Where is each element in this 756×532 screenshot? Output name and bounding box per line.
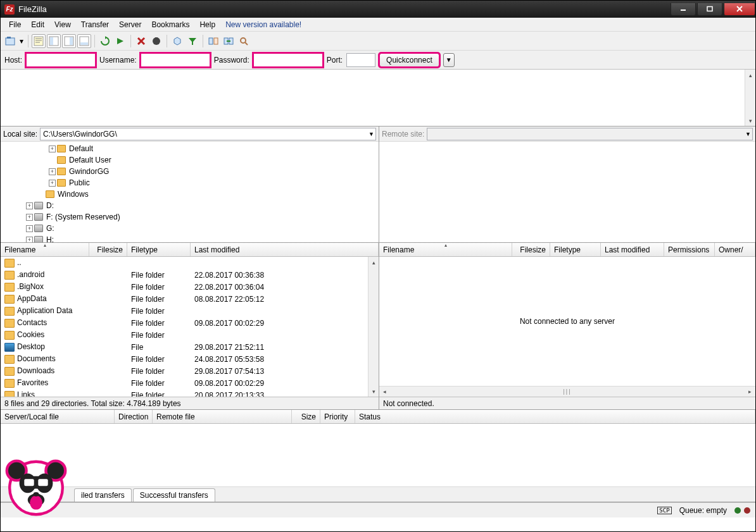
col-direction[interactable]: Direction: [118, 412, 148, 421]
quickconnect-dropdown[interactable]: ▼: [443, 53, 455, 67]
col-filename[interactable]: Filename: [4, 245, 35, 254]
refresh-icon[interactable]: [98, 34, 112, 48]
quickconnect-button[interactable]: Quickconnect: [379, 53, 439, 67]
file-row[interactable]: .BigNoxFile folder22.08.2017 00:36:04: [1, 281, 379, 293]
cancel-icon[interactable]: [134, 34, 148, 48]
transfer-body[interactable]: [1, 424, 755, 486]
tree-item[interactable]: +GwindorGG: [3, 166, 379, 177]
folder-icon: [57, 145, 66, 152]
toggle-tree-icon[interactable]: [47, 34, 61, 48]
expand-icon[interactable]: +: [26, 214, 33, 221]
col-lastmod[interactable]: Last modified: [194, 245, 239, 254]
process-queue-icon[interactable]: [113, 34, 127, 48]
menu-server[interactable]: Server: [115, 19, 146, 30]
menu-transfer[interactable]: Transfer: [77, 19, 113, 30]
file-row[interactable]: Application DataFile folder: [1, 305, 379, 317]
message-log[interactable]: ▴▾: [1, 70, 755, 127]
col-filesize[interactable]: Filesize: [97, 245, 123, 254]
expand-icon[interactable]: +: [49, 168, 56, 175]
minimize-button[interactable]: [671, 3, 696, 16]
remote-hscrollbar[interactable]: ◂|||▸: [379, 386, 755, 397]
col-priority[interactable]: Priority: [324, 412, 348, 421]
site-manager-icon[interactable]: [3, 34, 17, 48]
local-file-header[interactable]: ▴Filename Filesize Filetype Last modifie…: [1, 243, 379, 257]
sync-browsing-icon[interactable]: [222, 34, 236, 48]
close-button[interactable]: [724, 3, 755, 16]
col-server-localfile[interactable]: Server/Local file: [4, 412, 59, 421]
folder-icon: [4, 367, 15, 376]
tree-item[interactable]: +F: (System Reserved): [3, 211, 379, 223]
file-row[interactable]: AppDataFile folder08.08.2017 22:05:12: [1, 293, 379, 305]
toggle-remote-tree-icon[interactable]: [62, 34, 76, 48]
col-size[interactable]: Size: [301, 412, 316, 421]
tree-item[interactable]: +D:: [3, 200, 379, 211]
expand-icon[interactable]: +: [49, 180, 56, 187]
local-site-combo[interactable]: C:\Users\GwindorGG\ ▼: [40, 128, 376, 140]
menu-help[interactable]: Help: [195, 19, 220, 30]
host-input[interactable]: [26, 53, 96, 67]
tab-successful-transfers[interactable]: Successful transfers: [133, 488, 215, 502]
col-filetype[interactable]: Filetype: [131, 245, 158, 254]
col-remotefile[interactable]: Remote file: [156, 412, 195, 421]
file-row[interactable]: ContactsFile folder09.08.2017 00:02:29: [1, 317, 379, 329]
expand-icon[interactable]: +: [49, 145, 56, 152]
compare-icon[interactable]: [206, 34, 220, 48]
file-row[interactable]: FavoritesFile folder09.08.2017 00:02:29: [1, 377, 379, 389]
disconnect-icon[interactable]: [149, 34, 163, 48]
col-filename[interactable]: Filename: [383, 245, 414, 254]
local-filelist-scrollbar[interactable]: ▴▾: [368, 257, 379, 397]
expand-icon[interactable]: +: [26, 202, 33, 209]
remote-filelist[interactable]: Not connected to any server ◂|||▸: [379, 257, 755, 397]
col-filesize[interactable]: Filesize: [520, 245, 546, 254]
file-row[interactable]: ..: [1, 257, 379, 269]
reconnect-icon[interactable]: [170, 34, 184, 48]
expand-icon[interactable]: +: [26, 237, 33, 243]
toggle-log-icon[interactable]: [32, 34, 46, 48]
menu-view[interactable]: View: [50, 19, 75, 30]
tree-item[interactable]: +G:: [3, 223, 379, 234]
file-name: ..: [17, 258, 22, 267]
site-manager-dropdown-icon[interactable]: ▾: [18, 34, 25, 48]
file-row[interactable]: CookiesFile folder: [1, 329, 379, 341]
tree-item[interactable]: +H:: [3, 234, 379, 242]
folder-icon: [46, 190, 54, 198]
tree-item[interactable]: +Default: [3, 143, 379, 154]
file-row[interactable]: DownloadsFile folder29.08.2017 07:54:13: [1, 365, 379, 377]
port-input[interactable]: [346, 53, 375, 67]
col-permissions[interactable]: Permissions: [668, 245, 709, 254]
file-row[interactable]: LinksFile folder20.08.2017 20:13:33: [1, 389, 379, 397]
transfer-header[interactable]: Server/Local file Direction Remote file …: [1, 410, 755, 424]
tab-failed-transfers[interactable]: iled transfers: [74, 488, 132, 502]
remote-file-header[interactable]: ▴Filename Filesize Filetype Last modifie…: [379, 243, 755, 257]
password-input[interactable]: [253, 53, 323, 67]
menu-file[interactable]: File: [4, 19, 25, 30]
svg-point-38: [30, 496, 42, 510]
local-pane: Local site: C:\Users\GwindorGG\ ▼ +Defau…: [1, 127, 379, 242]
col-status[interactable]: Status: [359, 412, 381, 421]
file-row[interactable]: DesktopFile29.08.2017 21:52:11: [1, 341, 379, 353]
local-filelist[interactable]: ...androidFile folder22.08.2017 00:36:38…: [1, 257, 379, 397]
toggle-queue-icon[interactable]: [77, 34, 91, 48]
menu-edit[interactable]: Edit: [27, 19, 49, 30]
menu-new-version[interactable]: New version available!: [221, 19, 306, 30]
search-icon[interactable]: [237, 34, 251, 48]
remote-tree[interactable]: [379, 142, 755, 242]
file-row[interactable]: DocumentsFile folder24.08.2017 05:53:58: [1, 353, 379, 365]
menu-bookmarks[interactable]: Bookmarks: [147, 19, 194, 30]
tree-item[interactable]: Windows: [3, 189, 379, 200]
maximize-button[interactable]: [697, 3, 722, 16]
username-input[interactable]: [141, 53, 210, 67]
filter-icon[interactable]: [186, 34, 199, 48]
file-row[interactable]: .androidFile folder22.08.2017 00:36:38: [1, 269, 379, 281]
log-scrollbar[interactable]: ▴▾: [745, 70, 755, 126]
col-lastmod[interactable]: Last modified: [605, 245, 650, 254]
col-filetype[interactable]: Filetype: [554, 245, 581, 254]
remote-site-combo[interactable]: ▼: [427, 128, 753, 140]
col-owner[interactable]: Owner/: [719, 245, 743, 254]
local-tree[interactable]: +DefaultDefault User+GwindorGG+PublicWin…: [1, 142, 379, 242]
tree-item[interactable]: +Public: [3, 177, 379, 189]
tree-item[interactable]: Default User: [3, 154, 379, 166]
file-type: File folder: [127, 295, 191, 304]
expand-icon[interactable]: +: [26, 225, 33, 232]
folder-icon: [4, 259, 15, 268]
